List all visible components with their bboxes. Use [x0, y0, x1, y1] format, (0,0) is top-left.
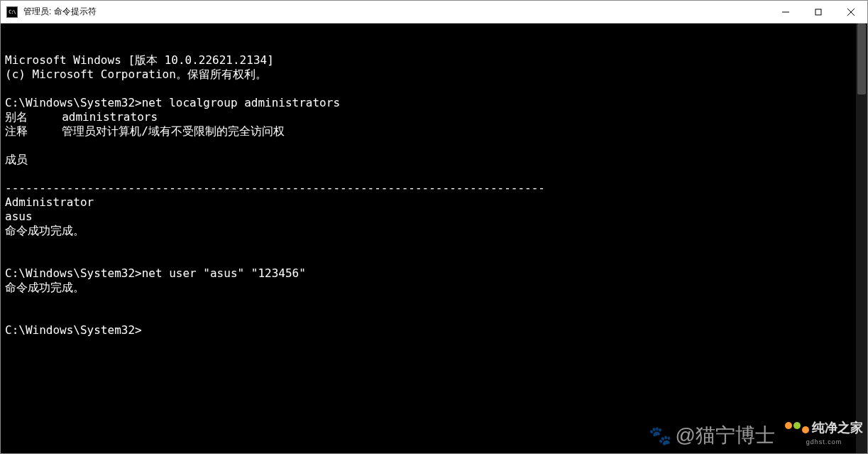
baidu-watermark: 🐾 @猫宁博士: [649, 428, 775, 443]
terminal-output: Microsoft Windows [版本 10.0.22621.2134] (…: [5, 53, 863, 337]
site-name: 纯净之家: [812, 421, 863, 435]
maximize-button[interactable]: [802, 1, 835, 23]
baidu-watermark-text: @猫宁博士: [676, 428, 775, 443]
minimize-button[interactable]: [769, 1, 802, 23]
terminal-area[interactable]: Microsoft Windows [版本 10.0.22621.2134] (…: [1, 23, 867, 453]
window-controls: [769, 1, 867, 23]
site-watermark: 纯净之家 gdhst.com: [785, 421, 863, 449]
close-button[interactable]: [835, 1, 867, 23]
titlebar: C:\ 管理员: 命令提示符: [1, 1, 867, 23]
svg-rect-1: [815, 9, 821, 15]
titlebar-left: C:\ 管理员: 命令提示符: [1, 6, 97, 18]
site-url: gdhst.com: [806, 435, 842, 449]
paw-icon: 🐾: [649, 428, 671, 443]
scrollbar-thumb[interactable]: [857, 23, 866, 94]
command-prompt-window: C:\ 管理员: 命令提示符 Microsoft Windows [版本 10.…: [0, 0, 868, 454]
scrollbar[interactable]: [856, 23, 867, 453]
site-watermark-top: 纯净之家: [785, 421, 863, 435]
cmd-icon: C:\: [6, 6, 18, 18]
window-title: 管理员: 命令提示符: [23, 6, 97, 18]
site-logo-icon: [785, 422, 809, 433]
